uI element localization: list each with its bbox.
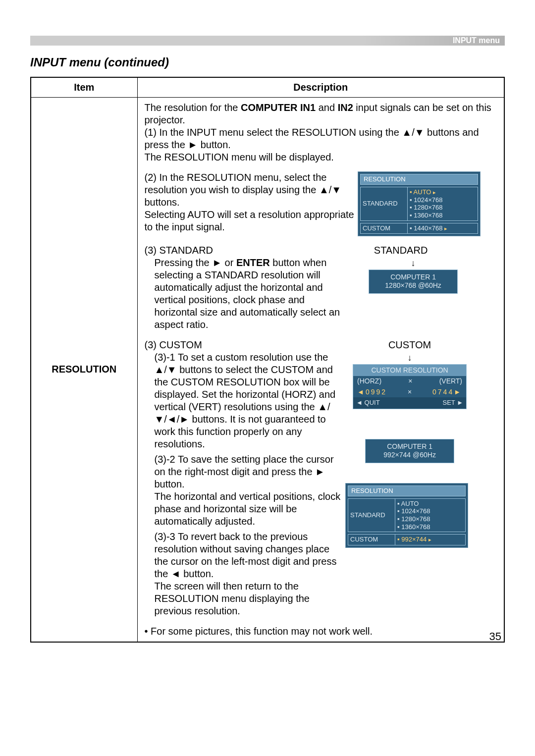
osd-resolution-menu-2: RESOLUTION STANDARD AUTO 1024×768 1280×7… (345, 483, 468, 548)
intro-paragraph: The resolution for the COMPUTER IN1 and … (145, 102, 497, 163)
osd-res-2: 1280×768 (410, 204, 476, 212)
osd-title: RESOLUTION (360, 174, 478, 185)
osd-res-4: 1440×768 (410, 224, 442, 232)
chevron-right-icon (444, 224, 447, 232)
cr-title: CUSTOM RESOLUTION (353, 365, 466, 377)
osd-resolution-menu-1: RESOLUTION STANDARD AUTO 1024×768 1280×7… (358, 171, 481, 236)
chevron-right-icon (428, 536, 431, 543)
down-arrow-icon: ↓ (345, 353, 474, 362)
osd-res-1: 1024×768 (410, 196, 476, 204)
osd-auto: AUTO (410, 188, 431, 196)
footer-note: • For some pictures, this function may n… (145, 625, 497, 638)
custom-result-box: COMPUTER 1 992×744 @60Hz (365, 439, 454, 463)
down-arrow-icon: ↓ (351, 259, 475, 268)
osd-res-2: 1280×768 (397, 515, 463, 523)
cr-horz-val: ◄0992 (357, 388, 387, 397)
step3-standard-block: (3) STANDARD Pressing the ► or ENTER but… (145, 244, 497, 331)
chevron-right-icon (433, 188, 436, 196)
standard-result-box: COMPUTER 1 1280×768 @60Hz (369, 270, 458, 294)
header-breadcrumb-bar: INPUT menu (30, 36, 505, 46)
description-cell: The resolution for the COMPUTER IN1 and … (137, 98, 504, 642)
osd-res-3: 1360×768 (397, 523, 463, 531)
cr-set: SET ► (443, 399, 464, 407)
custom-label: CUSTOM (345, 339, 474, 351)
osd-standard-label: STANDARD (348, 498, 395, 532)
item-name: RESOLUTION (31, 98, 137, 642)
osd-res-3: 1360×768 (410, 212, 476, 219)
col-header-description: Description (137, 77, 504, 98)
step2-block: (2) In the RESOLUTION menu, select the r… (145, 171, 497, 236)
osd-standard-label: STANDARD (360, 187, 408, 220)
breadcrumb-text: INPUT menu (453, 36, 505, 46)
cr-vert-val: 0744► (432, 388, 462, 397)
cr-quit: ◄ QUIT (356, 399, 380, 407)
section-title: INPUT menu (continued) (30, 55, 169, 69)
resolution-table: Item Description RESOLUTION The resoluti… (30, 77, 505, 643)
standard-label: STANDARD (351, 244, 450, 257)
osd-custom-label: CUSTOM (360, 223, 408, 234)
osd-custom-label: CUSTOM (348, 534, 395, 545)
osd-res-custom: 992×744 (397, 536, 427, 543)
custom-resolution-box: CUSTOM RESOLUTION (HORZ) × (VERT) ◄0992 … (353, 364, 467, 409)
osd-auto: AUTO (397, 500, 463, 508)
step3-custom-block: (3) CUSTOM (3)-1 To set a custom resolut… (145, 339, 497, 617)
osd-title: RESOLUTION (348, 486, 466, 496)
page-number: 35 (489, 630, 501, 643)
osd-res-1: 1024×768 (397, 507, 463, 515)
col-header-item: Item (31, 77, 137, 98)
